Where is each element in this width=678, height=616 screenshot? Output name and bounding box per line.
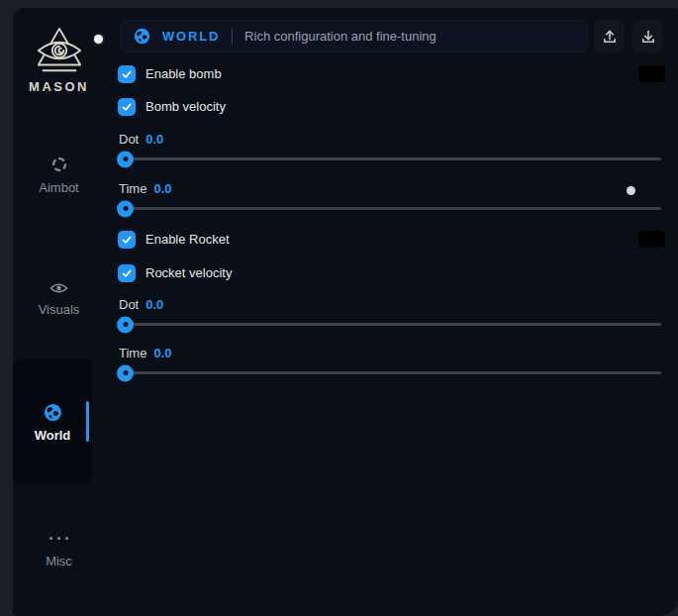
slider-label: Time (119, 181, 146, 197)
check-icon (121, 68, 133, 80)
bomb-velocity-checkbox[interactable] (118, 98, 136, 116)
setting-row-enable-bomb: Enable bomb (118, 64, 665, 83)
slider-thumb[interactable] (117, 200, 134, 217)
slider-track[interactable] (119, 371, 661, 374)
check-icon (121, 267, 133, 279)
rocket-dot-slider-group: Dot 0.0 (119, 297, 661, 326)
app-logo: MASON (13, 26, 105, 94)
check-icon (121, 234, 133, 246)
all-seeing-eye-icon (31, 26, 88, 75)
slider-value: 0.0 (153, 181, 171, 197)
rocket-color-swatch[interactable] (638, 231, 665, 248)
slider-track[interactable] (119, 157, 661, 160)
slider-thumb[interactable] (117, 151, 134, 167)
sidebar-item-label: Visuals (39, 302, 80, 317)
slider-value: 0.0 (145, 297, 163, 313)
slider-label: Dot (119, 132, 139, 148)
sidebar-item-label: Aimbot (39, 180, 78, 195)
setting-row-enable-rocket: Enable Rocket (118, 230, 665, 249)
setting-row-bomb-velocity: Bomb velocity (118, 97, 665, 116)
enable-bomb-checkbox[interactable] (118, 65, 136, 83)
eye-icon (49, 281, 68, 295)
globe-icon (44, 403, 62, 422)
active-tab-indicator (86, 401, 89, 442)
checkbox-label: Enable bomb (145, 66, 222, 81)
slider-label: Time (119, 346, 146, 361)
bomb-time-slider-group: Time 0.0 (119, 181, 661, 210)
slider-value: 0.0 (153, 346, 171, 361)
rocket-velocity-checkbox[interactable] (118, 264, 136, 282)
setting-row-rocket-velocity: Rocket velocity (118, 263, 665, 282)
cursor-dot (627, 186, 635, 195)
slider-thumb[interactable] (117, 364, 134, 381)
slider-track[interactable] (119, 323, 661, 326)
header-divider (232, 29, 233, 45)
checkbox-label: Rocket velocity (145, 265, 232, 280)
checkbox-label: Bomb velocity (145, 99, 226, 114)
cursor-dot (94, 35, 103, 44)
mason-menu-window: MASON Aimbot Visuals World Misc (13, 8, 678, 616)
bomb-dot-slider-group: Dot 0.0 (119, 132, 661, 160)
upload-config-button[interactable] (594, 20, 625, 52)
crosshair-icon (50, 155, 68, 173)
download-icon (640, 29, 656, 45)
sidebar-item-world[interactable]: World (13, 359, 92, 483)
sidebar-item-misc[interactable]: Misc (13, 530, 105, 568)
check-icon (121, 101, 133, 113)
app-title: MASON (13, 79, 105, 94)
rocket-time-slider-group: Time 0.0 (119, 346, 661, 374)
sidebar-item-visuals[interactable]: Visuals (13, 281, 105, 317)
page-title: WORLD (162, 29, 220, 44)
header-bar: WORLD Rich configuration and fine-tuning (121, 20, 588, 52)
globe-icon (134, 28, 150, 45)
slider-label: Dot (119, 297, 139, 313)
slider-value: 0.0 (145, 132, 163, 148)
bomb-color-swatch[interactable] (638, 65, 665, 82)
page-subtitle: Rich configuration and fine-tuning (244, 29, 436, 44)
enable-rocket-checkbox[interactable] (118, 231, 136, 249)
sidebar-item-label: Misc (46, 554, 72, 568)
ellipsis-icon (49, 530, 68, 547)
download-config-button[interactable] (632, 20, 663, 52)
checkbox-label: Enable Rocket (145, 232, 230, 247)
upload-icon (602, 29, 618, 45)
slider-thumb[interactable] (117, 316, 134, 333)
sidebar-item-label: World (35, 428, 71, 443)
slider-track[interactable] (119, 207, 661, 210)
sidebar-item-aimbot[interactable]: Aimbot (13, 155, 105, 195)
